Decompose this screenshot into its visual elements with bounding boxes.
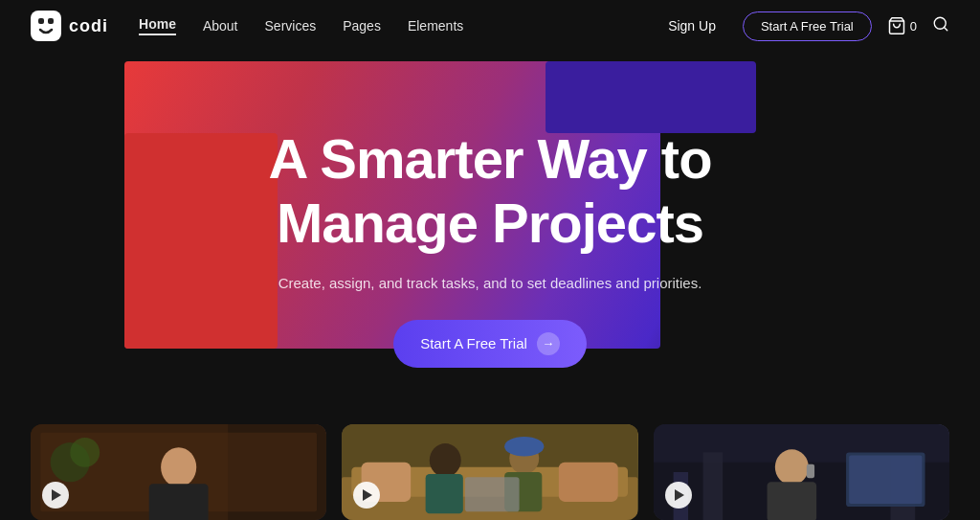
- nav-link-home[interactable]: Home: [139, 16, 176, 35]
- logo[interactable]: codi: [31, 11, 108, 41]
- svg-rect-19: [559, 463, 618, 502]
- nav-link-about[interactable]: About: [203, 18, 238, 34]
- cta-arrow-icon: →: [537, 332, 560, 355]
- video-thumbnails-section: [0, 424, 980, 520]
- video-thumb-1[interactable]: [31, 424, 326, 520]
- cart-icon[interactable]: 0: [887, 16, 917, 35]
- svg-rect-34: [767, 482, 816, 520]
- hero-section: A Smarter Way to Manage Projects Create,…: [0, 52, 980, 424]
- svg-rect-2: [48, 18, 54, 24]
- hero-cta-label: Start A Free Trial: [420, 335, 527, 351]
- svg-rect-6: [546, 61, 756, 133]
- svg-point-14: [70, 438, 100, 467]
- nav-link-elements[interactable]: Elements: [408, 18, 463, 34]
- svg-rect-0: [31, 11, 61, 41]
- nav-link-services[interactable]: Services: [265, 18, 317, 34]
- svg-rect-25: [465, 477, 520, 511]
- nav-left: codi Home About Services Pages Elements: [31, 11, 463, 41]
- nav-links: Home About Services Pages Elements: [139, 16, 463, 35]
- logo-icon: [31, 11, 61, 41]
- svg-rect-21: [426, 474, 463, 513]
- svg-point-33: [774, 449, 808, 485]
- nav-right: Sign Up Start A Free Trial 0: [657, 11, 949, 41]
- bag-icon: [887, 16, 906, 35]
- play-triangle-icon: [52, 489, 61, 501]
- nav-free-trial-button[interactable]: Start A Free Trial: [743, 11, 872, 41]
- svg-rect-35: [806, 464, 813, 478]
- svg-rect-12: [149, 484, 209, 520]
- svg-point-23: [504, 437, 544, 457]
- video-thumb-2[interactable]: [342, 424, 637, 520]
- svg-point-11: [161, 447, 196, 486]
- cart-count: 0: [910, 19, 917, 34]
- hero-content: A Smarter Way to Manage Projects Create,…: [230, 127, 749, 367]
- svg-rect-29: [702, 452, 723, 520]
- play-triangle-icon-2: [363, 489, 372, 501]
- play-button-3[interactable]: [665, 482, 692, 509]
- hero-cta-button[interactable]: Start A Free Trial →: [393, 320, 587, 368]
- nav-link-pages[interactable]: Pages: [343, 18, 381, 34]
- play-button-1[interactable]: [42, 482, 69, 509]
- play-triangle-icon-3: [675, 489, 684, 501]
- sign-up-button[interactable]: Sign Up: [657, 12, 727, 39]
- hero-title: A Smarter Way to Manage Projects: [268, 127, 711, 255]
- brand-name: codi: [69, 16, 108, 36]
- search-icon[interactable]: [932, 15, 949, 36]
- svg-rect-32: [849, 455, 922, 504]
- video-thumb-3[interactable]: [654, 424, 949, 520]
- svg-rect-1: [38, 18, 44, 24]
- svg-point-20: [430, 443, 461, 477]
- navbar: codi Home About Services Pages Elements …: [0, 0, 980, 52]
- hero-subtitle: Create, assign, and track tasks, and to …: [268, 275, 711, 291]
